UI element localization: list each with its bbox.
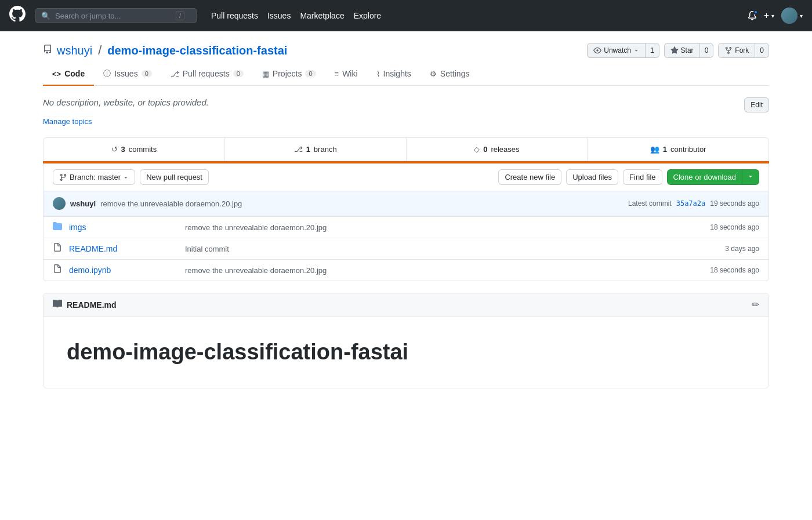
issues-badge: 0 [142,70,152,77]
main-content: wshuyi / demo-image-classification-fasta… [29,31,783,520]
clone-download-group: Clone or download [667,169,759,185]
fork-label: Fork [735,46,749,54]
find-file-button[interactable]: Find file [623,169,662,185]
edit-button[interactable]: Edit [744,97,769,112]
nav-explore[interactable]: Explore [354,11,381,20]
kbd-slash: / [176,11,184,20]
nav-marketplace[interactable]: Marketplace [300,11,344,20]
watch-button-group: Unwatch 1 [587,43,659,58]
create-new-file-button[interactable]: Create new file [498,169,561,185]
stat-contributors[interactable]: 👥 1 contributor [588,138,768,161]
commits-label: commits [129,145,157,154]
file-row-demo: demo.ipynb remove the unrevealable dorae… [44,259,768,281]
repo-separator: / [98,43,102,58]
stat-releases[interactable]: ◇ 0 releases [407,138,588,161]
readme-title: README.md [53,299,117,310]
contributors-count: 1 [663,145,667,154]
clone-download-arrow[interactable] [742,169,759,185]
user-menu-button[interactable]: ▾ [781,8,803,24]
new-menu-button[interactable]: + ▾ [764,10,774,21]
code-icon: <> [52,70,61,78]
file-toolbar-left: Branch: master New pull request [53,169,209,185]
tab-code[interactable]: <> Code [43,63,94,86]
settings-icon: ⚙ [430,70,437,78]
file-icon-demo [53,264,64,276]
file-row-imgs: imgs remove the unrevealable doraemon.20… [44,216,768,238]
committer-name[interactable]: wshuyi [70,199,96,208]
readme-edit-pencil[interactable]: ✏ [752,299,759,310]
watch-label: Unwatch [604,46,631,54]
projects-icon: ▦ [262,70,269,78]
nav-pull-requests[interactable]: Pull requests [211,11,258,20]
tab-issues-label: Issues [114,69,137,78]
description-text: No description, website, or topics provi… [43,97,209,107]
file-message-demo: remove the unrevealable doraemon.20.jpg [185,266,666,275]
commit-info-right: Latest commit 35a7a2a 19 seconds ago [628,199,759,208]
commit-time: 19 seconds ago [710,199,759,208]
tab-projects[interactable]: ▦ Projects 0 [253,63,325,86]
fork-button-group: Fork 0 [718,43,769,58]
commit-message: remove the unrevealable doraemon.20.jpg [100,199,242,208]
branch-label: branch [314,145,337,154]
stat-branches[interactable]: ⎇ 1 branch [225,138,407,161]
repo-header: wshuyi / demo-image-classification-fasta… [43,43,769,58]
commits-icon: ↺ [111,145,118,154]
clone-download-button[interactable]: Clone or download [667,169,742,185]
commit-info-left: wshuyi remove the unrevealable doraemon.… [53,197,242,210]
repo-name-link[interactable]: demo-image-classification-fastai [107,44,287,57]
contributors-label: contributor [670,145,706,154]
file-time-imgs: 18 seconds ago [666,223,759,231]
file-name-readme[interactable]: README.md [69,244,185,253]
manage-topics-link[interactable]: Manage topics [43,117,769,126]
contributors-icon: 👥 [650,145,659,154]
file-name-demo[interactable]: demo.ipynb [69,266,185,275]
pr-icon: ⎇ [171,70,179,78]
file-toolbar-right: Create new file Upload files Find file C… [498,169,759,185]
fork-count[interactable]: 0 [755,43,769,58]
notifications-button[interactable] [748,11,757,20]
branch-selector[interactable]: Branch: master [53,169,135,185]
repo-description: No description, website, or topics provi… [43,97,769,112]
tab-settings[interactable]: ⚙ Settings [420,63,479,86]
releases-label: releases [491,145,519,154]
file-time-readme: 3 days ago [666,245,759,253]
tab-pull-requests[interactable]: ⎇ Pull requests 0 [161,63,253,86]
watch-button[interactable]: Unwatch [587,43,645,58]
search-bar[interactable]: 🔍 / [35,8,197,23]
readme-header: README.md ✏ [44,293,768,317]
tab-code-label: Code [64,69,85,78]
commit-info-row: wshuyi remove the unrevealable doraemon.… [43,191,769,216]
fork-button[interactable]: Fork [718,43,755,58]
star-label: Star [681,46,694,54]
branch-label: Branch: master [70,173,121,181]
insights-icon: ⌇ [376,70,380,78]
wiki-icon: ≡ [335,70,339,78]
star-button[interactable]: Star [664,43,699,58]
stat-commits[interactable]: ↺ 3 commits [44,138,225,161]
watch-count[interactable]: 1 [645,43,659,58]
repo-title: wshuyi / demo-image-classification-fasta… [43,43,287,58]
latest-commit-label: Latest commit [628,199,672,208]
branch-count: 1 [306,145,310,154]
tab-issues[interactable]: ⓘ Issues 0 [94,63,161,86]
navbar-right: + ▾ ▾ [748,8,803,24]
repo-owner-link[interactable]: wshuyi [57,44,92,57]
file-list: imgs remove the unrevealable doraemon.20… [43,216,769,281]
folder-icon [53,221,64,233]
readme-title-text: README.md [67,300,117,310]
star-count[interactable]: 0 [699,43,714,58]
file-time-demo: 18 seconds ago [666,266,759,274]
notification-dot [753,10,758,14]
new-pull-request-button[interactable]: New pull request [140,169,209,185]
nav-issues[interactable]: Issues [267,11,291,20]
file-row-readme: README.md Initial commit 3 days ago [44,238,768,259]
upload-files-button[interactable]: Upload files [566,169,618,185]
tab-insights[interactable]: ⌇ Insights [367,63,420,86]
releases-count: 0 [483,145,487,154]
search-input[interactable] [55,12,171,20]
tab-wiki[interactable]: ≡ Wiki [325,63,367,86]
file-name-imgs[interactable]: imgs [69,223,185,232]
projects-badge: 0 [305,70,316,77]
commit-hash-link[interactable]: 35a7a2a [676,199,706,208]
github-logo[interactable] [9,6,26,26]
